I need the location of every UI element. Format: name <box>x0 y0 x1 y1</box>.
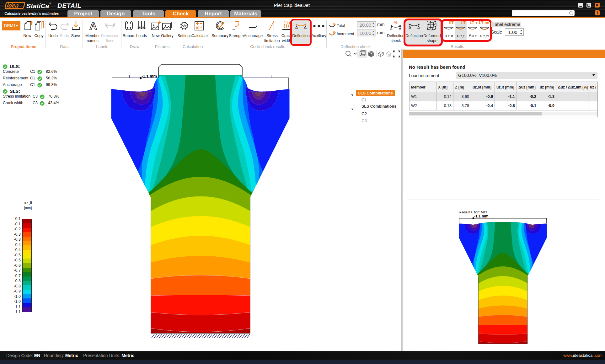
svg-text:%: % <box>333 31 336 34</box>
svg-text:®: ® <box>49 2 51 5</box>
svg-text:A: A <box>89 20 97 31</box>
svg-text:%: % <box>333 23 336 26</box>
svg-text:-1.1 mm: -1.1 mm <box>142 74 157 78</box>
svg-text:-1.1 mm: -1.1 mm <box>474 214 488 218</box>
svg-text:%: % <box>394 21 398 25</box>
svg-text:</>: </> <box>182 24 187 28</box>
svg-text:idea: idea <box>6 3 19 9</box>
svg-text:StatiCa: StatiCa <box>26 2 49 9</box>
